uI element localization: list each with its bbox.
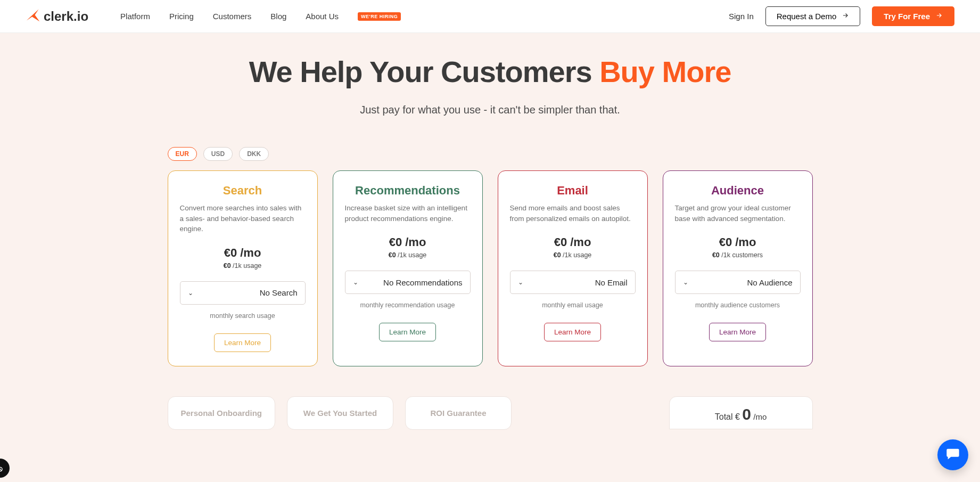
- subprice-val: €0: [712, 251, 721, 259]
- subprice-val: €0: [554, 251, 563, 259]
- card-title: Audience: [675, 184, 801, 198]
- selector-caption: monthly search usage: [180, 312, 306, 320]
- card-search: Search Convert more searches into sales …: [168, 170, 318, 366]
- card-we-get-started[interactable]: We Get You Started: [287, 396, 393, 430]
- currency-switcher: EUR USD DKK: [168, 147, 813, 161]
- usage-selector[interactable]: ⌄ No Audience: [675, 271, 801, 294]
- nav-blog[interactable]: Blog: [270, 12, 286, 21]
- usage-selector[interactable]: ⌄ No Email: [510, 271, 636, 294]
- chat-icon: [945, 446, 960, 463]
- card-price: €0 /mo: [345, 235, 471, 249]
- card-email: Email Send more emails and boost sales f…: [498, 170, 648, 366]
- request-demo-label: Request a Demo: [777, 12, 837, 21]
- nav: Platform Pricing Customers Blog About Us…: [120, 12, 401, 21]
- chevron-down-icon: ⌄: [518, 279, 523, 286]
- card-subprice: €0 /1k customers: [675, 251, 801, 259]
- request-demo-button[interactable]: Request a Demo: [765, 6, 861, 26]
- card-subprice: €0 /1k usage: [510, 251, 636, 259]
- pricing-cards: Search Convert more searches into sales …: [168, 170, 813, 366]
- card-desc: Target and grow your ideal customer base…: [675, 203, 801, 224]
- svg-marker-0: [27, 9, 40, 21]
- subprice-unit: /1k usage: [233, 262, 261, 269]
- arrow-right-icon: [935, 12, 943, 21]
- total-prefix: Total €: [715, 412, 743, 421]
- total-value: 0: [742, 405, 751, 423]
- subprice-val: €0: [389, 251, 398, 259]
- header: clerk.io Platform Pricing Customers Blog…: [0, 0, 980, 33]
- badge-icon: ⍉: [0, 464, 3, 473]
- learn-more-button[interactable]: Learn More: [379, 323, 436, 341]
- chevron-down-icon: ⌄: [683, 279, 688, 286]
- card-subprice: €0 /1k usage: [345, 251, 471, 259]
- nav-pricing[interactable]: Pricing: [169, 12, 194, 21]
- try-free-label: Try For Free: [884, 12, 930, 21]
- usage-selector[interactable]: ⌄ No Recommendations: [345, 271, 471, 294]
- card-price: €0 /mo: [510, 235, 636, 249]
- nav-platform[interactable]: Platform: [120, 12, 150, 21]
- selector-value: No Recommendations: [358, 278, 463, 287]
- card-recommendations: Recommendations Increase basket size wit…: [333, 170, 483, 366]
- learn-more-button[interactable]: Learn More: [709, 323, 766, 341]
- subprice-unit: /1k usage: [398, 251, 426, 259]
- subprice-unit: /1k usage: [563, 251, 591, 259]
- nav-about[interactable]: About Us: [306, 12, 339, 21]
- header-right: Sign In Request a Demo Try For Free: [729, 6, 954, 26]
- card-title: Email: [510, 184, 636, 198]
- arrow-right-icon: [842, 12, 849, 21]
- hero: We Help Your Customers Buy More Just pay…: [0, 33, 980, 482]
- logo-icon: [26, 7, 40, 26]
- usage-selector[interactable]: ⌄ No Search: [180, 281, 306, 305]
- try-free-button[interactable]: Try For Free: [872, 6, 954, 26]
- bottom-row: Personal Onboarding We Get You Started R…: [168, 396, 813, 430]
- chevron-down-icon: ⌄: [188, 289, 193, 297]
- signin-link[interactable]: Sign In: [729, 12, 754, 21]
- subprice-unit: /1k customers: [721, 251, 763, 259]
- learn-more-button[interactable]: Learn More: [214, 333, 271, 352]
- currency-dkk[interactable]: DKK: [239, 147, 269, 161]
- header-left: clerk.io Platform Pricing Customers Blog…: [26, 7, 401, 26]
- currency-usd[interactable]: USD: [203, 147, 233, 161]
- card-desc: Send more emails and boost sales from pe…: [510, 203, 636, 224]
- card-price: €0 /mo: [675, 235, 801, 249]
- hiring-badge[interactable]: WE'RE HIRING: [358, 12, 401, 21]
- card-audience: Audience Target and grow your ideal cust…: [663, 170, 813, 366]
- currency-eur[interactable]: EUR: [168, 147, 197, 161]
- card-desc: Increase basket size with an intelligent…: [345, 203, 471, 224]
- selector-caption: monthly audience customers: [675, 301, 801, 309]
- chat-launcher[interactable]: [937, 439, 968, 470]
- selector-caption: monthly recommendation usage: [345, 301, 471, 309]
- card-roi-guarantee[interactable]: ROI Guarantee: [405, 396, 512, 430]
- title-part-b: Buy More: [599, 55, 731, 88]
- selector-value: No Audience: [688, 278, 793, 287]
- card-title: Search: [180, 184, 306, 198]
- logo-text: clerk.io: [44, 9, 88, 24]
- subprice-val: €0: [224, 262, 233, 269]
- selector-value: No Search: [193, 288, 298, 297]
- title-part-a: We Help Your Customers: [249, 55, 600, 88]
- chevron-down-icon: ⌄: [353, 279, 358, 286]
- card-desc: Convert more searches into sales with a …: [180, 203, 306, 234]
- logo[interactable]: clerk.io: [26, 7, 88, 26]
- page-title: We Help Your Customers Buy More: [0, 54, 980, 89]
- total-suffix: /mo: [751, 412, 767, 421]
- selector-value: No Email: [523, 278, 628, 287]
- card-price: €0 /mo: [180, 246, 306, 260]
- card-title: Recommendations: [345, 184, 471, 198]
- nav-customers[interactable]: Customers: [213, 12, 252, 21]
- card-subprice: €0 /1k usage: [180, 262, 306, 269]
- selector-caption: monthly email usage: [510, 301, 636, 309]
- subtitle: Just pay for what you use - it can't be …: [0, 104, 980, 116]
- total-box: Total € 0 /mo: [669, 396, 813, 429]
- card-onboarding[interactable]: Personal Onboarding: [168, 396, 276, 430]
- learn-more-button[interactable]: Learn More: [544, 323, 601, 341]
